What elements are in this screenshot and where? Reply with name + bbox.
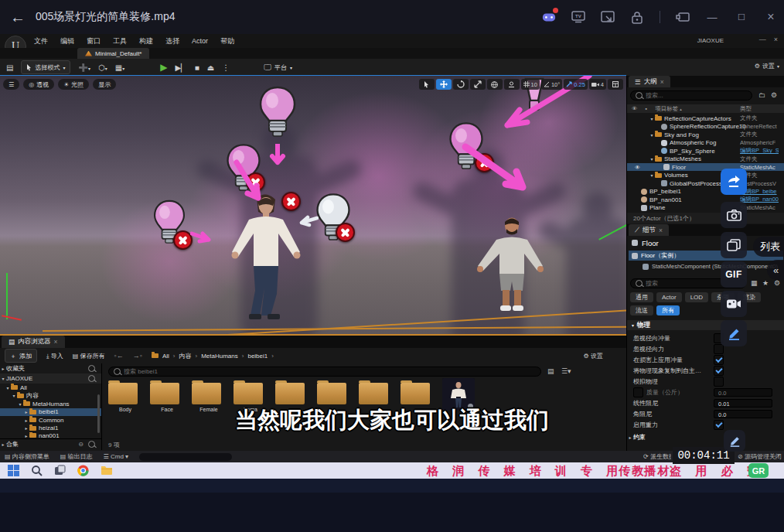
eye-icon[interactable]: 👁 bbox=[635, 165, 640, 170]
project-section[interactable]: ▾JIAOXUE bbox=[0, 373, 101, 384]
menu-select[interactable]: 选择 bbox=[165, 36, 179, 46]
camera-speed[interactable]: 4 bbox=[589, 79, 606, 90]
menu-help[interactable]: 帮助 bbox=[220, 36, 234, 46]
mini-mode-icon[interactable] bbox=[676, 10, 690, 24]
filter-lod[interactable]: LOD bbox=[685, 292, 708, 302]
outliner-row[interactable]: ▾Volumes文件夹 bbox=[627, 172, 784, 179]
details-tab[interactable]: ⟋ 细节 × bbox=[629, 224, 669, 236]
close-icon[interactable]: × bbox=[764, 10, 778, 24]
minimize-icon[interactable]: — bbox=[705, 10, 719, 24]
derived-data-status[interactable]: ⟳ 派生数据 bbox=[643, 452, 671, 461]
maximize-viewport[interactable] bbox=[608, 79, 623, 90]
game-center-icon[interactable] bbox=[542, 10, 556, 24]
share-button[interactable] bbox=[721, 169, 747, 195]
rotate-tool[interactable] bbox=[453, 79, 469, 90]
chrome-icon[interactable] bbox=[77, 465, 89, 476]
play-button[interactable]: ▶ bbox=[160, 62, 167, 73]
move-tool[interactable] bbox=[436, 79, 452, 90]
outliner-row[interactable]: BP_nan001编辑BP_nan00 bbox=[627, 196, 784, 203]
type-column[interactable]: 类型 bbox=[740, 105, 752, 113]
eject-icon[interactable]: ⏏ bbox=[207, 63, 214, 72]
details-grid-icon[interactable]: ▦ bbox=[751, 279, 758, 287]
add-actor-icon[interactable]: ➕▾ bbox=[78, 63, 90, 72]
back-nav-icon[interactable]: ◦← bbox=[114, 352, 124, 360]
tree-item-all[interactable]: ▾All bbox=[0, 384, 101, 392]
scale-snap-toggle[interactable]: 0.25 bbox=[564, 79, 588, 90]
back-button[interactable]: ← bbox=[0, 9, 36, 26]
outliner-tab[interactable]: ☰ 大纲 × bbox=[629, 76, 670, 87]
ue-settings-dropdown[interactable]: ⚙ 设置 ▾ bbox=[755, 62, 779, 70]
platform-dropdown[interactable]: 🖵平台▾ bbox=[259, 61, 297, 73]
maximize-icon[interactable]: ☐ bbox=[735, 10, 748, 24]
outliner-row[interactable]: GlobalPostProcessPostProcessV bbox=[627, 179, 784, 187]
level-tab[interactable]: Minimal_Default* bbox=[77, 48, 149, 59]
breadcrumb-beibei1[interactable]: beibei1 bbox=[247, 353, 268, 360]
cast-icon[interactable] bbox=[601, 10, 615, 24]
female-character[interactable] bbox=[226, 193, 303, 325]
tree-item-content[interactable]: ▾内容 bbox=[0, 392, 101, 401]
new-folder-icon[interactable]: 🗀 bbox=[758, 91, 765, 99]
outliner-settings-icon[interactable]: ⚙ bbox=[771, 91, 777, 99]
outliner-row[interactable]: ▾Sky and Fog文件夹 bbox=[627, 131, 784, 138]
physics-section-header[interactable]: ▾物理 bbox=[627, 320, 784, 330]
filter-icon[interactable]: ☰▾ bbox=[561, 367, 571, 375]
menu-window[interactable]: 窗口 bbox=[87, 36, 101, 46]
save-all-button[interactable]: ▤ 保存所有 bbox=[73, 352, 105, 360]
add-button[interactable]: ＋ 添加 bbox=[5, 349, 37, 363]
screenshot-album-button[interactable] bbox=[721, 232, 747, 258]
point-light-billboard-1[interactable] bbox=[255, 85, 300, 144]
annotate-pencil-button[interactable] bbox=[721, 320, 747, 346]
outliner-row-selected[interactable]: 👁FloorStaticMeshAc bbox=[627, 163, 784, 171]
console-input[interactable] bbox=[139, 453, 232, 461]
ue-viewport[interactable]: ☰ ◎ 透视 ☀ 光照 显示 10 10° 0.25 4 bbox=[0, 76, 626, 334]
checkbox[interactable] bbox=[633, 387, 643, 397]
ue-close-icon[interactable]: × bbox=[774, 36, 778, 43]
lock-icon[interactable] bbox=[630, 10, 644, 24]
file-explorer-icon[interactable] bbox=[101, 465, 113, 476]
cb-settings-button[interactable]: ⚙ 设置 bbox=[584, 352, 603, 360]
show-button[interactable]: 显示 bbox=[93, 79, 116, 90]
play-from-icon[interactable]: ▶▏ bbox=[175, 63, 186, 72]
surface-snap-toggle[interactable] bbox=[504, 79, 520, 90]
value-field[interactable]: 0.0 bbox=[714, 388, 772, 397]
rotation-snap-toggle[interactable]: 10° bbox=[541, 79, 562, 90]
tv-icon[interactable]: TV bbox=[571, 10, 585, 24]
outliner-row[interactable]: Atmospheric FogAtmosphericF bbox=[627, 139, 784, 147]
lit-mode-button[interactable]: ☀ 光照 bbox=[58, 79, 89, 90]
save-search-icon[interactable]: ▤ bbox=[547, 367, 554, 375]
ue-minimize-icon[interactable]: — bbox=[759, 36, 766, 43]
filter-general[interactable]: 通用 bbox=[630, 292, 653, 302]
world-local-toggle[interactable] bbox=[487, 79, 503, 90]
outliner-row[interactable]: ▾StaticMeshes文件夹 bbox=[627, 155, 784, 163]
menu-file[interactable]: 文件 bbox=[34, 36, 48, 46]
visibility-column-icon[interactable]: 👁 bbox=[632, 105, 638, 112]
playlist-flyout-tab[interactable]: 列表 bbox=[753, 237, 784, 257]
menu-actor[interactable]: Actor bbox=[192, 37, 208, 45]
outliner-row[interactable]: SphereReflectionCapture10SphereReflect bbox=[627, 123, 784, 131]
source-control-status[interactable]: ⊘ 源码管理关闭 bbox=[738, 452, 782, 461]
screenshot-camera-button[interactable] bbox=[721, 202, 747, 228]
details-component-row[interactable]: StaticMeshComponent (StaticMeshComponent… bbox=[629, 261, 783, 271]
pin-column-icon[interactable]: ▪ bbox=[646, 105, 648, 112]
select-tool[interactable] bbox=[419, 79, 435, 90]
forward-nav-icon[interactable]: →◦ bbox=[133, 352, 142, 360]
menu-build[interactable]: 构建 bbox=[139, 36, 153, 46]
import-button[interactable]: ⤓ 导入 bbox=[46, 352, 63, 360]
outliner-row[interactable]: BP_beibei1编辑BP_beibe bbox=[627, 188, 784, 196]
breadcrumb-metahumans[interactable]: MetaHumans bbox=[201, 353, 238, 360]
menu-edit[interactable]: 编辑 bbox=[60, 36, 74, 46]
output-log-button[interactable]: ▤ 输出日志 bbox=[60, 452, 93, 461]
details-settings-icon[interactable]: ⚙ bbox=[774, 279, 780, 287]
gif-button[interactable]: gif bbox=[721, 261, 747, 288]
checkbox[interactable] bbox=[714, 366, 724, 376]
filter-all[interactable]: 所有 bbox=[656, 305, 680, 315]
breadcrumb-content[interactable]: 内容 bbox=[179, 352, 192, 360]
content-browser-tab[interactable]: ▤ 内容浏览器 × bbox=[2, 336, 65, 348]
play-options-kebab[interactable]: ⋮ bbox=[222, 63, 230, 72]
viewport-options-menu[interactable]: ☰ bbox=[3, 79, 19, 90]
outliner-search-input[interactable]: 搜索... bbox=[630, 90, 752, 101]
taskbar-search-icon[interactable] bbox=[31, 465, 43, 476]
grid-snap-toggle[interactable]: 10 bbox=[521, 79, 540, 90]
mode-select-dropdown[interactable]: 选择模式▾ bbox=[21, 60, 70, 74]
male-character[interactable] bbox=[473, 217, 547, 315]
